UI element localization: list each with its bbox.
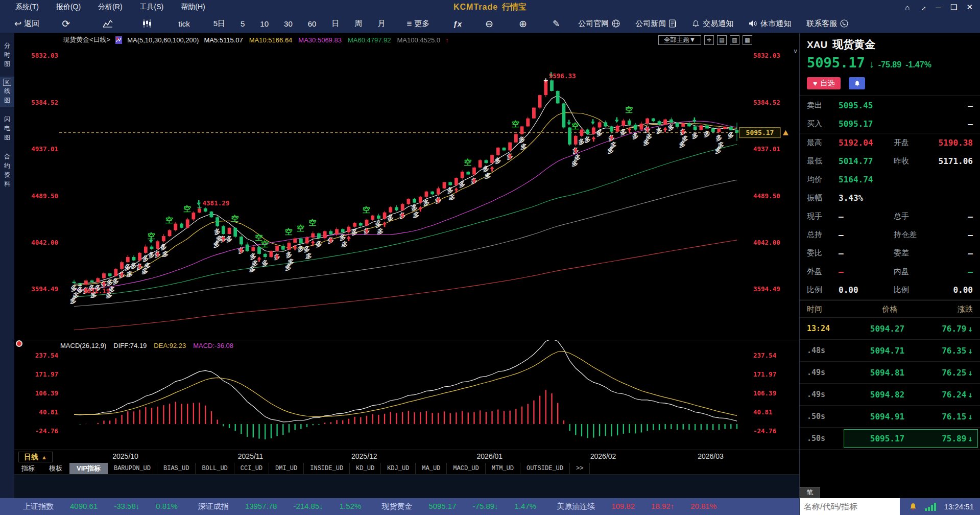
tab-overflow[interactable]: >> (570, 463, 590, 474)
maximize-icon[interactable]: ❏ (950, 3, 957, 12)
resize-icon[interactable]: ↔ (917, 2, 929, 13)
tick-price: 5094.71 (853, 346, 922, 356)
period-button-5[interactable]: 5 (241, 19, 245, 29)
toolbar-link-4[interactable]: 联系客服 (806, 19, 848, 29)
toolbar-link-0[interactable]: 公司官网 (578, 19, 620, 29)
tick-row-2[interactable]: .49s5094.8176.25↓ (800, 362, 980, 384)
layout-split-icon[interactable]: ▦ (743, 35, 752, 45)
candlestick-chart[interactable]: 5832.035832.035384.525384.524937.014937.… (14, 46, 799, 340)
sidebar-item-K线图[interactable]: K线图 (0, 77, 14, 107)
signal-bars-icon (924, 502, 938, 511)
svg-text:多: 多 (584, 135, 591, 144)
period-button-日[interactable]: 日 (331, 19, 339, 29)
menu-item-3[interactable]: 工具(S) (140, 3, 164, 12)
price-change: -75.89 (878, 60, 901, 69)
tab-DMI_UD[interactable]: DMI_UD (269, 463, 304, 474)
formula-button[interactable]: ƒx (453, 19, 462, 28)
zoom-out-icon[interactable]: ⊖ (485, 19, 493, 29)
tab-MACD_UD[interactable]: MACD_UD (447, 463, 485, 474)
candlestick-icon[interactable] (142, 19, 152, 28)
period-button-5日[interactable]: 5日 (213, 19, 225, 29)
col-change: 涨跌 (927, 305, 973, 314)
status-change: -75.89↓ (473, 502, 498, 511)
sidebar-item-分时图[interactable]: 分时图 (0, 39, 14, 71)
period-selector[interactable]: 日线 ▲ (18, 452, 53, 462)
svg-text:多: 多 (667, 123, 675, 132)
toolbar-link-3[interactable]: 休市通知 (749, 19, 791, 29)
tab-指标[interactable]: 指标 (14, 463, 42, 474)
more-button[interactable]: ≡ 更多 (407, 19, 429, 29)
pencil-icon[interactable]: ✎ (553, 19, 560, 28)
svg-text:多: 多 (632, 131, 639, 140)
brand-logo: KCMTrade (453, 3, 498, 11)
alert-button[interactable] (849, 77, 865, 89)
period-button-周[interactable]: 周 (354, 19, 362, 29)
toolbar-link-1[interactable]: 公司新闻 (635, 19, 677, 29)
add-favorite-button[interactable]: ♥ 自选 (807, 77, 841, 89)
menu-item-4[interactable]: 帮助(H) (181, 3, 205, 12)
home-icon[interactable]: ⌂ (905, 3, 910, 12)
quote-value: — (839, 212, 894, 221)
status-segment-上证指数[interactable]: 上证指数4090.61-33.58↓0.81% (23, 502, 178, 511)
quote-label: 现手 (807, 212, 839, 221)
macd-chart[interactable]: 237.54237.54171.97171.97106.39106.3940.8… (14, 340, 799, 450)
theme-select-button[interactable]: 全部主题▼ (658, 35, 701, 45)
status-segment-深证成指[interactable]: 深证成指13957.78-214.85↓1.52% (198, 502, 362, 511)
status-segment-现货黄金[interactable]: 现货黄金5095.17-75.89↓1.47% (381, 502, 536, 511)
period-button-60[interactable]: 60 (308, 19, 317, 29)
period-button-10[interactable]: 10 (260, 19, 269, 29)
tab-OUTSIDE_UD[interactable]: OUTSIDE_UD (520, 463, 570, 474)
quote-label-2: 昨收 (894, 156, 930, 166)
crosshair-icon[interactable]: ✛ (704, 35, 714, 45)
toolbar-link-2[interactable]: 交易通知 (692, 19, 733, 29)
tick-period-button[interactable]: tick (178, 19, 190, 28)
macd-params: MACD(26,12,9) (60, 342, 106, 349)
tab-VIP指标[interactable]: VIP指标 (69, 463, 108, 474)
tab-BIAS_UD[interactable]: BIAS_UD (157, 463, 196, 474)
back-button[interactable]: ↩ 返回 (14, 19, 39, 29)
notification-bell-icon[interactable] (909, 502, 917, 511)
line-chart-icon[interactable] (103, 19, 113, 28)
toolbar-link-label: 公司新闻 (635, 19, 666, 29)
tick-row-1[interactable]: .48s5094.7176.35↓ (800, 340, 980, 362)
tab-INSIDE_UD[interactable]: INSIDE_UD (304, 463, 350, 474)
period-button-30[interactable]: 30 (284, 19, 293, 29)
tab-MTM_UD[interactable]: MTM_UD (486, 463, 520, 474)
quote-value-2: 5171.06 (930, 156, 973, 166)
tab-KD_UD[interactable]: KD_UD (350, 463, 381, 474)
menu-item-2[interactable]: 分析(R) (98, 3, 122, 12)
tab-模板[interactable]: 模板 (42, 463, 69, 474)
minimize-icon[interactable]: ─ (936, 3, 941, 12)
pen-tab[interactable]: 笔 (800, 487, 820, 498)
tab-BARUPDN_UD[interactable]: BARUPDN_UD (108, 463, 157, 474)
menu-item-0[interactable]: 系统(T) (15, 3, 39, 12)
tick-row-5[interactable]: .50s5095.1775.89↓ (800, 428, 980, 450)
close-icon[interactable]: ✕ (966, 3, 973, 12)
menu-item-1[interactable]: 报价(Q) (56, 3, 81, 12)
tick-row-4[interactable]: .50s5094.9176.15↓ (800, 406, 980, 428)
svg-text:多: 多 (520, 143, 527, 151)
tick-row-0[interactable]: 13:245094.2776.79↓ (800, 318, 980, 340)
status-pct: 0.81% (156, 502, 178, 511)
tick-row-3[interactable]: .49s5094.8276.24↓ (800, 384, 980, 406)
sidebar-item-闪电图[interactable]: 闪电图 (0, 113, 14, 144)
status-price: 109.82 (611, 502, 635, 511)
tab-CCI_UD[interactable]: CCI_UD (234, 463, 269, 474)
down-arrow-icon: ↓ (968, 368, 973, 378)
svg-text:多: 多 (305, 252, 312, 260)
period-button-月[interactable]: 月 (377, 19, 385, 29)
tab-KDJ_UD[interactable]: KDJ_UD (381, 463, 416, 474)
status-segment-美原油连续[interactable]: 美原油连续109.8218.92↑20.81% (557, 502, 716, 511)
sidebar-item-合约资料[interactable]: 合约资料 (0, 150, 14, 191)
search-input[interactable] (800, 498, 900, 515)
svg-text:多: 多 (249, 265, 256, 273)
tick-table: 时间 价格 涨跌 13:245094.2776.79↓.48s5094.7176… (800, 300, 980, 450)
zoom-in-icon[interactable]: ⊕ (519, 19, 527, 29)
layout-left-icon[interactable]: ▤ (717, 35, 727, 45)
menubar: 系统(T)报价(Q)分析(R)工具(S)帮助(H) KCMTrade行情宝 ⌂ … (0, 0, 980, 14)
layout-right-icon[interactable]: ▥ (730, 35, 739, 45)
tab-BOLL_UD[interactable]: BOLL_UD (196, 463, 234, 474)
tab-MA_UD[interactable]: MA_UD (416, 463, 447, 474)
status-bar: 上证指数4090.61-33.58↓0.81%深证成指13957.78-214.… (0, 498, 799, 515)
refresh-icon[interactable]: ⟳ (62, 19, 70, 29)
